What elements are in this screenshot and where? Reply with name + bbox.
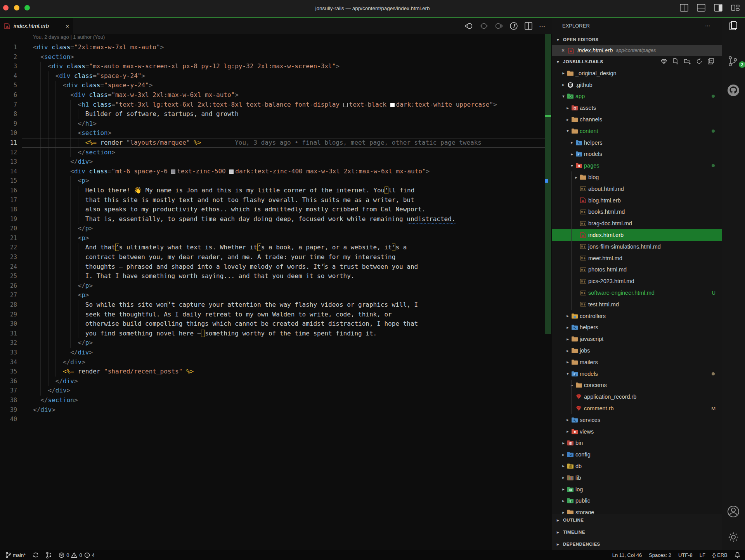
code-line-34[interactable]: 34 </div> bbox=[0, 358, 552, 367]
navigate-back-icon[interactable] bbox=[465, 22, 473, 29]
folder-jobs[interactable]: ▸jobs bbox=[552, 345, 722, 356]
folder-helpers[interactable]: ▸helpers bbox=[552, 137, 722, 149]
file-photos-html-md[interactable]: photos.html.md bbox=[552, 264, 722, 276]
problems-indicator[interactable]: 0 0 4 bbox=[59, 552, 95, 558]
explorer-more-actions-icon[interactable]: ⋯ bbox=[705, 18, 711, 34]
timeline-run-icon[interactable] bbox=[509, 22, 518, 30]
gem-action-icon[interactable] bbox=[661, 58, 667, 65]
code-line-12[interactable]: 12 </section> bbox=[0, 148, 552, 157]
folder-content[interactable]: ▾content bbox=[552, 125, 722, 137]
folder-views[interactable]: ▸views bbox=[552, 426, 722, 437]
code-line-1[interactable]: 1<div class="2xl:max-w-7xl mx-auto"> bbox=[0, 43, 552, 52]
file-jons-film-simulations-html-md[interactable]: jons-film-simulations.html.md bbox=[552, 241, 722, 252]
section-header-timeline[interactable]: ▸TIMELINE bbox=[552, 526, 722, 538]
code-line-31[interactable]: 31 you find something novel here — somet… bbox=[0, 329, 552, 339]
code-line-16[interactable]: 16 Hello there! 👋 My name is Jon and thi… bbox=[0, 186, 552, 195]
section-header-outline[interactable]: ▸OUTLINE bbox=[552, 514, 722, 526]
folder-lib[interactable]: ▸lib bbox=[552, 472, 722, 484]
file-application-record-rb[interactable]: application_record.rb bbox=[552, 391, 722, 403]
code-line-2[interactable]: 2 <section> bbox=[0, 52, 552, 62]
settings-gear-icon[interactable] bbox=[722, 531, 745, 544]
sync-changes-button[interactable] bbox=[33, 552, 39, 558]
folder-helpers[interactable]: ▸helpers bbox=[552, 322, 722, 334]
file-index-html-erb[interactable]: index.html.erb bbox=[552, 229, 722, 241]
code-line-32[interactable]: 32 </p> bbox=[0, 338, 552, 348]
folder-javascript[interactable]: ▸javascript bbox=[552, 333, 722, 345]
folder--github[interactable]: ▸.github bbox=[552, 79, 722, 91]
tab-close-icon[interactable]: × bbox=[66, 23, 69, 29]
new-folder-icon[interactable] bbox=[684, 58, 691, 65]
folder-assets[interactable]: ▸assets bbox=[552, 102, 722, 114]
folder-models[interactable]: ▾models bbox=[552, 368, 722, 380]
code-line-19[interactable]: 19 That is, essentially, to spend time e… bbox=[0, 214, 552, 224]
code-line-37[interactable]: 37 </div> bbox=[0, 386, 552, 396]
collapse-folders-icon[interactable] bbox=[708, 58, 714, 65]
file-pics-2023-html-md[interactable]: pics-2023.html.md bbox=[552, 275, 722, 287]
folder-channels[interactable]: ▸channels bbox=[552, 114, 722, 125]
split-editor-icon[interactable] bbox=[525, 22, 532, 30]
code-line-26[interactable]: 26 </p> bbox=[0, 281, 552, 291]
folder-models[interactable]: ▸models bbox=[552, 149, 722, 160]
refresh-icon[interactable] bbox=[696, 58, 702, 65]
toggle-secondary-sidebar-icon[interactable] bbox=[714, 4, 722, 12]
folder-public[interactable]: ▸public bbox=[552, 495, 722, 506]
code-line-4[interactable]: 4 <div class="space-y-24"> bbox=[0, 71, 552, 81]
open-editor-item[interactable]: × index.html.erb app/content/pages bbox=[552, 45, 722, 56]
file-about-html-md[interactable]: about.html.md bbox=[552, 183, 722, 195]
folder-bin[interactable]: ▸10bin bbox=[552, 437, 722, 449]
indentation-setting[interactable]: Spaces: 2 bbox=[649, 552, 671, 558]
folder-config[interactable]: ▸config bbox=[552, 449, 722, 460]
code-line-3[interactable]: 3 <div class="mx-auto max-w-screen-xl px… bbox=[0, 62, 552, 71]
file-books-html-md[interactable]: books.html.md bbox=[552, 206, 722, 218]
folder-services[interactable]: ▸services bbox=[552, 414, 722, 426]
code-line-5[interactable]: 5 <div class="space-y-24"> bbox=[0, 81, 552, 90]
file-meet-html-md[interactable]: meet.html.md bbox=[552, 252, 722, 264]
new-file-icon[interactable] bbox=[672, 58, 679, 65]
section-header-dependencies[interactable]: ▸DEPENDENCIES bbox=[552, 538, 722, 550]
folder--original-design[interactable]: ▸_original_design bbox=[552, 67, 722, 79]
folder-controllers[interactable]: ▸controllers bbox=[552, 310, 722, 322]
close-editor-icon[interactable]: × bbox=[561, 47, 565, 54]
code-line-25[interactable]: 25 I. That I have something worth saying… bbox=[0, 271, 552, 281]
open-editors-header[interactable]: ▾ OPEN EDITORS bbox=[552, 34, 722, 45]
code-line-33[interactable]: 33 </div> bbox=[0, 348, 552, 358]
code-line-6[interactable]: 6 <div class="max-w-3xl 2xl:max-w-6xl mx… bbox=[0, 90, 552, 100]
language-mode[interactable]: {} ERB bbox=[712, 552, 728, 558]
code-line-36[interactable]: 36 </div> bbox=[0, 377, 552, 386]
folder-blog[interactable]: ▸blog bbox=[552, 171, 722, 183]
customize-layout-icon[interactable] bbox=[731, 4, 740, 12]
code-line-38[interactable]: 38 </section> bbox=[0, 396, 552, 405]
file-blog-html-erb[interactable]: blog.html.erb bbox=[552, 195, 722, 206]
code-line-28[interactable]: 28 So while this site won’t capture your… bbox=[0, 300, 552, 310]
code-line-39[interactable]: 39</div> bbox=[0, 405, 552, 415]
file-software-engineer-html-md[interactable]: software-engineer.html.mdU bbox=[552, 287, 722, 299]
folder-mailers[interactable]: ▸mailers bbox=[552, 356, 722, 368]
toggle-panel-icon[interactable] bbox=[697, 4, 705, 12]
code-line-7[interactable]: 7 <h1 class="text-3xl lg:text-6xl 2xl:te… bbox=[0, 100, 552, 110]
code-line-29[interactable]: 29 seek the thoughtful. As I daily retre… bbox=[0, 310, 552, 320]
code-line-35[interactable]: 35 <%= render "shared/recent_posts" %> bbox=[0, 367, 552, 377]
code-line-27[interactable]: 27 <p> bbox=[0, 290, 552, 300]
code-line-8[interactable]: 8 Builder of software, startups, and gro… bbox=[0, 109, 552, 119]
cursor-position[interactable]: Ln 11, Col 46 bbox=[612, 552, 642, 558]
project-section-header[interactable]: ▾ JONSULLY-RAILS bbox=[552, 56, 722, 67]
git-graph-button[interactable] bbox=[46, 552, 52, 558]
toggle-primary-sidebar-icon[interactable] bbox=[680, 4, 688, 12]
notifications-bell-icon[interactable] bbox=[735, 552, 740, 558]
explorer-view-icon[interactable] bbox=[722, 19, 745, 32]
code-line-9[interactable]: 9 </h1> bbox=[0, 119, 552, 129]
folder-pages[interactable]: ▾pages bbox=[552, 160, 722, 171]
code-line-15[interactable]: 15 <p> bbox=[0, 176, 552, 186]
file-brag-doc-html-md[interactable]: brag-doc.html.md bbox=[552, 218, 722, 229]
navigate-forward-icon[interactable] bbox=[494, 22, 503, 29]
folder-app[interactable]: ▾app bbox=[552, 91, 722, 102]
code-line-23[interactable]: 23 contract between you, my dear reader,… bbox=[0, 252, 552, 262]
github-icon[interactable] bbox=[722, 84, 745, 97]
code-line-17[interactable]: 17 that this site is mostly text and not… bbox=[0, 195, 552, 205]
editor-more-actions-icon[interactable]: ⋯ bbox=[539, 22, 546, 30]
source-control-icon[interactable]: 2 bbox=[722, 55, 745, 69]
code-line-30[interactable]: 30 otherwise build compelling things whi… bbox=[0, 319, 552, 329]
encoding-setting[interactable]: UTF-8 bbox=[678, 552, 693, 558]
code-line-10[interactable]: 10 <section> bbox=[0, 128, 552, 138]
code-line-22[interactable]: 22 And that’s ultimately what text is. W… bbox=[0, 243, 552, 252]
